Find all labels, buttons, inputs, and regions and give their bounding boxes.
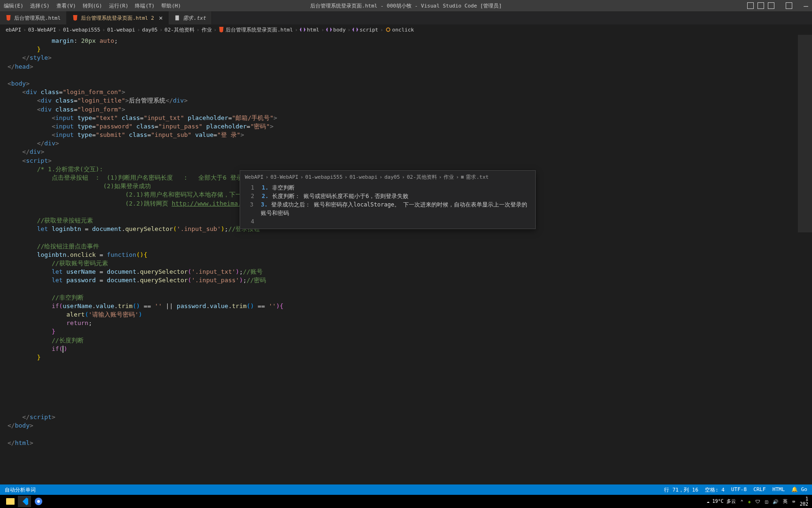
crumb-2[interactable]: 03-WebAPI <box>28 27 56 33</box>
html-icon <box>6 15 11 21</box>
menu-edit[interactable]: 编辑(E) <box>4 2 23 9</box>
tab-3-label: 需求.txt <box>183 15 206 22</box>
crumb-file[interactable]: 后台管理系统登录页面.html <box>219 26 293 33</box>
crumb-1[interactable]: ebAPI <box>6 27 21 33</box>
tab-3[interactable]: 需求.txt <box>169 11 212 24</box>
menu-terminal[interactable]: 终端(T) <box>135 2 155 9</box>
breadcrumb[interactable]: ebAPI› 03-WebAPI› 01-webapi555› 01-webap… <box>0 24 812 35</box>
status-position[interactable]: 行 71，列 16 <box>664 486 698 493</box>
explorer-icon[interactable] <box>4 496 17 507</box>
menu-help[interactable]: 帮助(H) <box>161 2 181 9</box>
window-controls: — <box>747 1 808 10</box>
svg-rect-0 <box>176 16 180 21</box>
minimize-icon[interactable]: — <box>804 1 808 10</box>
tray-volume-icon[interactable]: 🔊 <box>773 499 778 504</box>
tray-time: 1202 <box>800 496 808 507</box>
status-lang[interactable]: HTML <box>773 486 785 493</box>
tray-keyboard-icon[interactable]: ⌨ <box>792 499 795 504</box>
peek-popup: WebAPI› 03-WebAPI› 01-webapi555› 01-weba… <box>240 170 536 229</box>
status-go[interactable]: 🔔 Go <box>791 486 807 493</box>
crumb-4[interactable]: 01-webapi <box>107 27 135 33</box>
html-icon <box>72 15 78 21</box>
menu-run[interactable]: 运行(R) <box>109 2 129 9</box>
status-left-text[interactable]: 自动分析单词 <box>5 486 36 493</box>
status-spaces[interactable]: 空格: 4 <box>705 486 725 493</box>
menu-view[interactable]: 查看(V) <box>56 2 76 9</box>
weather-widget[interactable]: ☁ 19°C 多云 <box>707 498 736 505</box>
crumb-6[interactable]: 02-其他资料 <box>164 26 195 33</box>
tray-icon[interactable]: ◈ <box>748 499 751 504</box>
layout-icon-3[interactable] <box>768 2 774 9</box>
menu-select[interactable]: 选择(S) <box>30 2 50 9</box>
code-editor[interactable]: margin: 20px auto; } </style> </head> <b… <box>0 35 812 449</box>
tray-network-icon[interactable]: ◫ <box>765 499 768 504</box>
peek-breadcrumb: WebAPI› 03-WebAPI› 01-webapi555› 01-weba… <box>245 174 531 182</box>
crumb-5[interactable]: day05 <box>142 27 157 33</box>
tray-ime[interactable]: 英 <box>783 498 788 505</box>
text-file-icon <box>174 15 180 21</box>
crumb-7[interactable]: 作业 <box>202 26 212 33</box>
menu-left: 编辑(E) 选择(S) 查看(V) 转到(G) 运行(R) 终端(T) 帮助(H… <box>4 2 181 9</box>
svg-rect-2 <box>6 498 15 505</box>
close-icon[interactable]: × <box>159 14 163 22</box>
svg-point-4 <box>37 500 40 503</box>
status-encoding[interactable]: UTF-8 <box>731 486 747 493</box>
taskbar: ☁ 19°C 多云 ⌃ ◈ 🛡 ◫ 🔊 英 ⌨ 1202 <box>0 495 812 508</box>
layout-icon-4[interactable] <box>786 2 792 9</box>
crumb-3[interactable]: 01-webapi555 <box>63 27 100 33</box>
tray-chevron-icon[interactable]: ⌃ <box>741 499 743 504</box>
minimap[interactable] <box>798 35 812 364</box>
status-eol[interactable]: CRLF <box>753 486 766 493</box>
tray-shield-icon[interactable]: 🛡 <box>756 499 760 504</box>
crumb-html[interactable]: html <box>300 27 320 33</box>
tab-2-label: 后台管理系统登录页面.html <box>81 15 148 22</box>
menu-go[interactable]: 转到(G) <box>83 2 102 9</box>
menu-bar: 编辑(E) 选择(S) 查看(V) 转到(G) 运行(R) 终端(T) 帮助(H… <box>0 0 812 11</box>
crumb-onclick[interactable]: onclick <box>385 27 414 33</box>
crumb-body[interactable]: body <box>326 27 346 33</box>
window-title: 后台管理系统登录页面.html - 000胡小牧 - Visual Studio… <box>310 2 502 9</box>
svg-point-1 <box>386 28 390 32</box>
vscode-icon[interactable] <box>18 496 31 507</box>
tab-1[interactable]: 后台管理系统.html <box>0 11 67 24</box>
tab-2-active[interactable]: 后台管理系统登录页面.html 2 × <box>67 11 169 24</box>
tabs-bar: 后台管理系统.html 后台管理系统登录页面.html 2 × 需求.txt <box>0 11 812 24</box>
status-bar: 自动分析单词 行 71，列 16 空格: 4 UTF-8 CRLF HTML 🔔… <box>0 484 812 495</box>
layout-icon-1[interactable] <box>747 2 754 9</box>
layout-icon-2[interactable] <box>757 2 764 9</box>
tab-1-label: 后台管理系统.html <box>14 15 61 22</box>
tab-2-modified: 2 <box>151 15 154 21</box>
crumb-script[interactable]: script <box>352 27 378 33</box>
chrome-icon[interactable] <box>32 496 45 507</box>
